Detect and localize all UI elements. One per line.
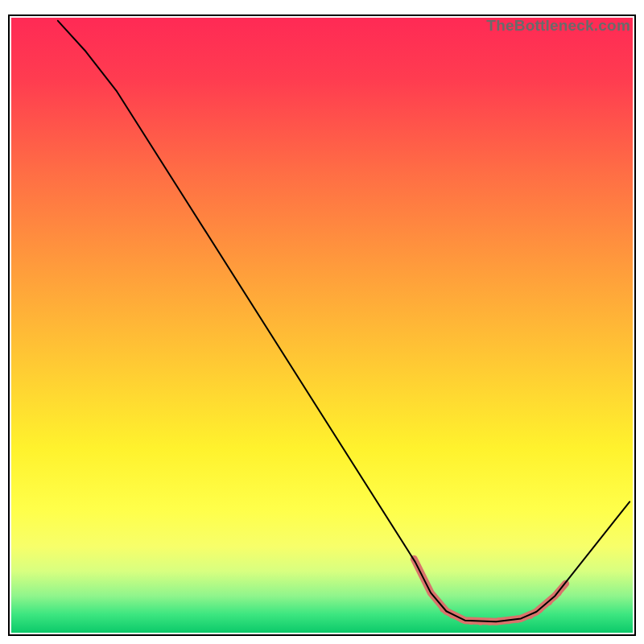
watermark-text: TheBottleneck.com [486,17,630,35]
plot-area: TheBottleneck.com [11,18,633,633]
gradient-background [11,18,633,633]
chart-svg [11,18,633,633]
